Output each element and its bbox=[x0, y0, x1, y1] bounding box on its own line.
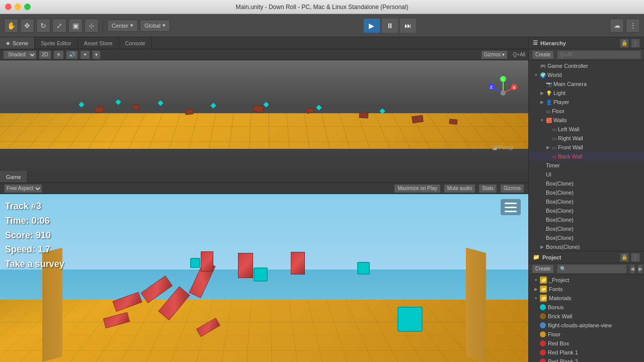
hierarchy-panel: ☰ Hierarchy 🔒 ⋮ Create 🎮 Game Controller bbox=[529, 37, 644, 251]
tree-left-wall[interactable]: ▭ Left Wall bbox=[529, 125, 644, 134]
sprite-editor-tab[interactable]: Sprite Editor bbox=[35, 37, 78, 49]
project-lock-btn[interactable]: 🔒 bbox=[620, 253, 629, 262]
right-panel: ☰ Hierarchy 🔒 ⋮ Create 🎮 Game Controller bbox=[528, 37, 644, 362]
proj-red-plank-1[interactable]: Red Plank 1 bbox=[529, 348, 644, 357]
game-viewport[interactable]: Track #3 Time: 0:06 Score: 910 Speed: 1.… bbox=[0, 194, 528, 362]
step-button[interactable]: ⏭ bbox=[400, 19, 416, 33]
tree-box-clone-2[interactable]: Box(Clone) bbox=[529, 188, 644, 197]
project-more-btn[interactable]: ⋮ bbox=[631, 253, 640, 262]
tree-timer[interactable]: Timer bbox=[529, 161, 644, 170]
proj-red-plank-2[interactable]: Red Plank 2 bbox=[529, 357, 644, 362]
toolbar-separator-1 bbox=[103, 20, 103, 32]
scene-toolbar: Shaded 2D ☀ 🔊 ✦ ▾ Gizmos ▾ Q+All bbox=[0, 49, 528, 60]
play-button[interactable]: ▶ bbox=[364, 19, 380, 33]
tree-box-clone-4[interactable]: Box(Clone) bbox=[529, 206, 644, 215]
tree-box-clone-7[interactable]: Box(Clone) bbox=[529, 233, 644, 242]
hierarchy-create-btn[interactable]: Create bbox=[532, 50, 554, 59]
minimize-button[interactable] bbox=[15, 4, 21, 10]
expand-icon bbox=[539, 235, 545, 241]
scene-tab[interactable]: ◈ Scene bbox=[0, 37, 35, 49]
track-label: Track #3 bbox=[5, 199, 64, 214]
asset-store-tab[interactable]: Asset Store bbox=[78, 37, 119, 49]
hierarchy-header: ☰ Hierarchy 🔒 ⋮ bbox=[529, 37, 644, 49]
tree-ui[interactable]: UI bbox=[529, 170, 644, 179]
transform-tool[interactable]: ⊹ bbox=[85, 19, 99, 33]
tree-box-clone-6[interactable]: Box(Clone) bbox=[529, 224, 644, 233]
settings-button[interactable]: ⋮ bbox=[626, 19, 640, 33]
rotate-tool[interactable]: ↻ bbox=[36, 19, 50, 33]
rect-tool[interactable]: ▣ bbox=[68, 19, 83, 33]
hierarchy-tree: 🎮 Game Controller ▾ 🌍 World 📷 Main Camer… bbox=[529, 60, 644, 251]
maximize-on-play-btn[interactable]: Maximize on Play bbox=[394, 184, 440, 193]
expand-icon bbox=[539, 199, 545, 205]
proj-brick-wall[interactable]: Brick Wall bbox=[529, 312, 644, 321]
tree-walls[interactable]: ▾ 🧱 Walls bbox=[529, 116, 644, 125]
proj-root[interactable]: ▾ 📁 _Project bbox=[529, 276, 644, 285]
stats-btn[interactable]: Stats bbox=[478, 184, 497, 193]
maximize-button[interactable] bbox=[24, 4, 31, 10]
proj-materials[interactable]: ▾ 📁 Materials bbox=[529, 294, 644, 303]
tree-game-controller[interactable]: 🎮 Game Controller bbox=[529, 61, 644, 70]
scene-obstacle bbox=[95, 106, 105, 114]
hand-tool[interactable]: ✋ bbox=[4, 19, 18, 33]
svg-text:X: X bbox=[513, 85, 516, 90]
global-dropdown[interactable]: Global▾ bbox=[140, 20, 170, 32]
tree-front-wall[interactable]: ▶ ▭ Front Wall bbox=[529, 143, 644, 152]
console-tab[interactable]: Console bbox=[119, 37, 152, 49]
gizmo-widget: X Y Z bbox=[486, 75, 521, 111]
move-tool[interactable]: ✥ bbox=[20, 19, 34, 33]
tree-bonus-clone-1[interactable]: ▶ Bonus(Clone) bbox=[529, 242, 644, 251]
hamburger-line-1 bbox=[505, 203, 517, 204]
game-tab[interactable]: Game bbox=[0, 171, 28, 183]
tree-item-icon: 🌍 bbox=[540, 72, 546, 78]
scene-obstacle bbox=[359, 112, 369, 119]
tree-box-clone-1[interactable]: Box(Clone) bbox=[529, 179, 644, 188]
scene-layer-dropdown[interactable]: ▾ bbox=[92, 50, 101, 59]
fx-toggle[interactable]: ✦ bbox=[80, 50, 90, 59]
proj-fonts[interactable]: ▶ 📁 Fonts bbox=[529, 285, 644, 294]
proj-floor[interactable]: Floor bbox=[529, 330, 644, 339]
tree-player[interactable]: ▶ 👤 Player bbox=[529, 98, 644, 107]
hamburger-line-2 bbox=[505, 207, 517, 208]
tree-right-wall[interactable]: ▭ Right Wall bbox=[529, 134, 644, 143]
tree-world[interactable]: ▾ 🌍 World bbox=[529, 70, 644, 79]
tree-light[interactable]: ▶ 💡 Light bbox=[529, 88, 644, 98]
proj-flight-clouds[interactable]: flight-clouds-airplane-view bbox=[529, 321, 644, 330]
cloud-button[interactable]: ☁ bbox=[610, 19, 624, 33]
center-dropdown[interactable]: Center▾ bbox=[107, 20, 138, 32]
audio-toggle[interactable]: 🔊 bbox=[66, 50, 78, 59]
scale-tool[interactable]: ⤢ bbox=[52, 19, 66, 33]
tree-item-icon: ▭ bbox=[552, 154, 556, 159]
shading-dropdown[interactable]: Shaded bbox=[3, 50, 37, 59]
game-gizmos-btn[interactable]: Gizmos bbox=[500, 184, 524, 193]
mute-audio-btn[interactable]: Mute audio bbox=[444, 184, 475, 193]
2d-toggle[interactable]: 2D bbox=[39, 50, 51, 59]
folder-icon: 📁 bbox=[540, 295, 547, 302]
game-menu-button[interactable] bbox=[501, 199, 521, 215]
proj-bonus[interactable]: Bonus bbox=[529, 303, 644, 312]
tree-item-icon: 📷 bbox=[546, 81, 552, 87]
project-search[interactable] bbox=[557, 264, 627, 274]
gizmos-dropdown[interactable]: Gizmos ▾ bbox=[481, 50, 508, 59]
hierarchy-lock-btn[interactable]: 🔒 bbox=[620, 39, 629, 48]
project-nav-back[interactable]: ◀ bbox=[630, 264, 635, 274]
close-button[interactable] bbox=[5, 4, 12, 10]
material-icon bbox=[540, 313, 546, 319]
expand-icon: ▾ bbox=[533, 277, 539, 283]
tree-box-clone-5[interactable]: Box(Clone) bbox=[529, 215, 644, 224]
lighting-toggle[interactable]: ☀ bbox=[53, 50, 64, 59]
scene-obstacle bbox=[132, 104, 139, 110]
aspect-dropdown[interactable]: Free Aspect bbox=[4, 184, 42, 193]
project-create-btn[interactable]: Create bbox=[532, 264, 554, 274]
project-nav-forward[interactable]: ▶ bbox=[638, 264, 643, 274]
tree-main-camera[interactable]: 📷 Main Camera bbox=[529, 79, 644, 88]
scene-viewport[interactable]: X Y Z ◪ Persp bbox=[0, 60, 528, 171]
proj-red-box[interactable]: Red Box bbox=[529, 339, 644, 348]
tree-back-wall[interactable]: ▭ Back Wall bbox=[529, 152, 644, 161]
expand-icon bbox=[539, 171, 545, 177]
tree-box-clone-3[interactable]: Box(Clone) bbox=[529, 197, 644, 206]
hierarchy-search[interactable] bbox=[557, 50, 641, 59]
hierarchy-more-btn[interactable]: ⋮ bbox=[631, 39, 640, 48]
tree-floor[interactable]: ▭ Floor bbox=[529, 107, 644, 116]
pause-button[interactable]: ⏸ bbox=[382, 19, 398, 33]
